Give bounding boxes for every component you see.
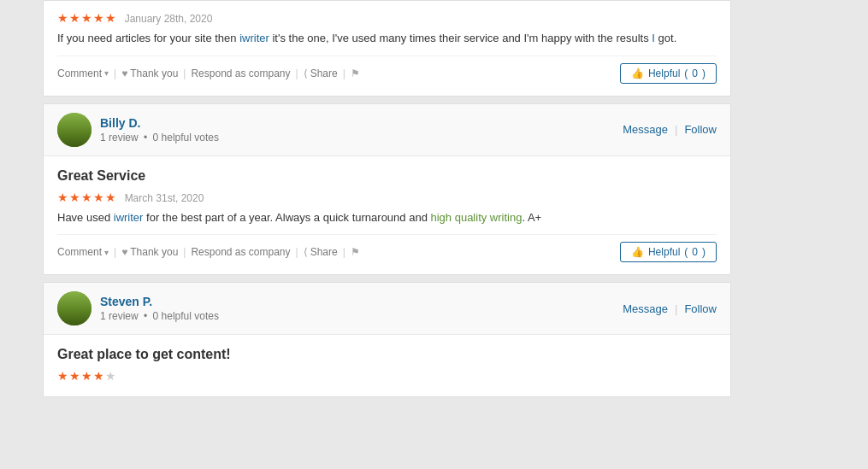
- message-button-3[interactable]: Message: [623, 302, 668, 315]
- review-card-1: ★ ★ ★ ★ ★ January 28th, 2020 If you need…: [43, 0, 731, 97]
- helpful-button-2[interactable]: 👍 Helpful (0): [620, 242, 717, 262]
- review-actions-left-2: Comment ▾ | ♥ Thank you | Respond as com…: [57, 246, 360, 258]
- review-card-2: Billy D. 1 review • 0 helpful votes Mess…: [43, 103, 731, 276]
- avatar-2: [57, 113, 92, 147]
- reviewer-details-2: Billy D. 1 review • 0 helpful votes: [100, 116, 219, 144]
- share-button-1[interactable]: ⟨ Share: [304, 67, 338, 79]
- review-body-2: Great Service ★ ★ ★ ★ ★ March 31st, 2020…: [44, 156, 730, 275]
- avatar-grass-3: [57, 291, 92, 325]
- flag-button-2[interactable]: ⚑: [351, 246, 360, 258]
- comment-dropdown-icon-1: ▾: [104, 68, 109, 78]
- reviewer-actions-3: Message | Follow: [623, 302, 717, 315]
- flag-icon-2: ⚑: [351, 246, 360, 258]
- reviewer-name-3[interactable]: Steven P.: [100, 295, 219, 308]
- review-text-1: If you need articles for your site then …: [57, 30, 717, 47]
- reviewer-meta-3: 1 review • 0 helpful votes: [100, 310, 219, 322]
- review-card-3: Steven P. 1 review • 0 helpful votes Mes…: [43, 282, 731, 397]
- respond-company-button-2[interactable]: Respond as company: [191, 246, 290, 258]
- helpful-button-1[interactable]: 👍 Helpful (0): [620, 63, 717, 84]
- review-actions-2: Comment ▾ | ♥ Thank you | Respond as com…: [57, 234, 717, 266]
- reviewer-details-3: Steven P. 1 review • 0 helpful votes: [100, 295, 219, 322]
- share-button-2[interactable]: ⟨ Share: [304, 246, 338, 258]
- comment-button-2[interactable]: Comment ▾: [57, 246, 109, 258]
- share-icon-1: ⟨: [304, 67, 308, 79]
- review-title-3: Great place to get content!: [57, 347, 717, 362]
- comment-button-1[interactable]: Comment ▾: [57, 67, 109, 79]
- comment-dropdown-icon-2: ▾: [104, 248, 109, 257]
- review-link-quality-2[interactable]: high quality writing: [430, 211, 522, 224]
- thank-you-button-2[interactable]: ♥ Thank you: [121, 246, 178, 258]
- reviewer-actions-2: Message | Follow: [623, 123, 717, 136]
- star-rating-2: ★ ★ ★ ★ ★: [57, 191, 116, 204]
- review-body-3: Great place to get content! ★ ★ ★ ★ ★: [44, 335, 730, 396]
- reviewer-row-2: Billy D. 1 review • 0 helpful votes Mess…: [44, 104, 730, 156]
- respond-company-button-1[interactable]: Respond as company: [191, 67, 290, 79]
- review-link-i-1[interactable]: I: [652, 32, 655, 44]
- reviewer-name-2[interactable]: Billy D.: [100, 116, 219, 130]
- review-text-2: Have used iwriter for the best part of a…: [57, 209, 717, 226]
- review-rating-row-2: ★ ★ ★ ★ ★ March 31st, 2020: [57, 191, 717, 204]
- flag-button-1[interactable]: ⚑: [351, 67, 360, 79]
- heart-icon-2: ♥: [121, 246, 127, 258]
- review-link-iwriter-1[interactable]: iwriter: [239, 32, 269, 44]
- review-actions-1: Comment ▾ | ♥ Thank you | Respond as com…: [57, 56, 717, 87]
- reviewer-meta-2: 1 review • 0 helpful votes: [100, 132, 219, 144]
- star-rating-1: ★ ★ ★ ★ ★: [57, 11, 116, 25]
- review-rating-row-1: ★ ★ ★ ★ ★ January 28th, 2020: [57, 11, 717, 25]
- reviewer-info-3: Steven P. 1 review • 0 helpful votes: [57, 291, 219, 325]
- thumbs-up-icon-1: 👍: [631, 67, 644, 79]
- review-rating-row-3: ★ ★ ★ ★ ★: [57, 369, 717, 383]
- follow-button-2[interactable]: Follow: [684, 123, 717, 136]
- message-button-2[interactable]: Message: [623, 123, 668, 136]
- review-link-iwriter-2[interactable]: iwriter: [114, 211, 144, 224]
- review-actions-left-1: Comment ▾ | ♥ Thank you | Respond as com…: [57, 67, 360, 79]
- reviewer-row-3: Steven P. 1 review • 0 helpful votes Mes…: [44, 283, 730, 335]
- review-body-1: ★ ★ ★ ★ ★ January 28th, 2020 If you need…: [44, 1, 730, 96]
- avatar-3: [57, 291, 92, 325]
- share-icon-2: ⟨: [304, 246, 308, 258]
- avatar-grass-2: [57, 113, 92, 147]
- thank-you-button-1[interactable]: ♥ Thank you: [121, 67, 178, 79]
- follow-button-3[interactable]: Follow: [684, 302, 717, 315]
- heart-icon-1: ♥: [121, 67, 127, 79]
- star-rating-3: ★ ★ ★ ★ ★: [57, 369, 116, 383]
- reviewer-info-2: Billy D. 1 review • 0 helpful votes: [57, 113, 219, 147]
- review-date-2: March 31st, 2020: [125, 192, 204, 204]
- flag-icon-1: ⚑: [351, 67, 360, 79]
- thumbs-up-icon-2: 👍: [631, 246, 644, 258]
- review-date-1: January 28th, 2020: [125, 13, 213, 25]
- review-title-2: Great Service: [57, 168, 717, 184]
